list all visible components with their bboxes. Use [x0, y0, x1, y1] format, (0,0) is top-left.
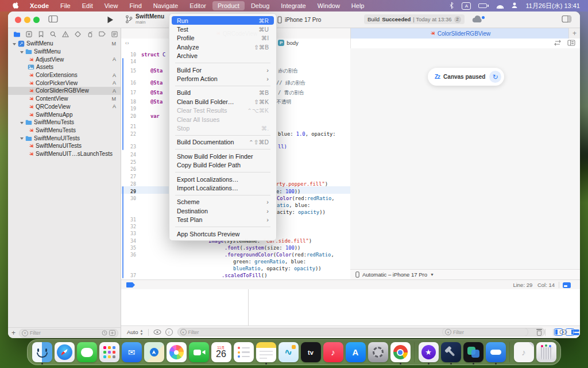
navigator-tab-find-icon[interactable] — [49, 30, 57, 38]
bluetooth-icon[interactable] — [449, 2, 454, 10]
info-icon[interactable]: i — [165, 328, 173, 336]
menu-item-show-build-folder-in-finder[interactable]: Show Build Folder in Finder — [172, 152, 274, 160]
tree-item-swiftmenuuit-slaunchtests[interactable]: SwiftMenuUIT…sLaunchTests — [8, 150, 121, 158]
console-panel-toggle[interactable] — [566, 328, 574, 336]
menu-item-archive[interactable]: Archive — [172, 52, 274, 60]
navigator-filter-field[interactable]: ▼ Filter — [19, 329, 118, 338]
user-switch-icon[interactable] — [511, 2, 518, 10]
dock-mail[interactable]: ✉ — [121, 342, 142, 362]
dock-appstore[interactable]: A — [345, 342, 366, 362]
dock-notes[interactable] — [256, 342, 276, 365]
tree-item-swiftmenu[interactable]: SwiftMenuM — [8, 40, 121, 48]
tree-item-qrcodeview[interactable]: QRCodeViewA — [8, 103, 121, 111]
dock-music-file[interactable]: ♪ — [513, 342, 534, 362]
tab-colorsliderrgbview[interactable]: ColorSliderRGBView — [351, 28, 569, 39]
menubar-item-navigate[interactable]: Navigate — [148, 1, 183, 10]
dock-finder[interactable] — [32, 342, 52, 365]
wifi-icon[interactable] — [496, 3, 504, 9]
menubar-item-find[interactable]: Find — [124, 1, 146, 10]
menu-item-test[interactable]: Test⌘U — [172, 25, 274, 33]
variables-panel-toggle[interactable] — [554, 328, 563, 336]
menubar-item-view[interactable]: View — [99, 1, 123, 10]
dock-music[interactable]: ♪ — [323, 342, 343, 362]
disclosure-chevron-icon[interactable] — [20, 120, 25, 125]
menu-item-clean-build-folder[interactable]: Clean Build Folder…⇧⌘K — [172, 97, 274, 106]
tree-item-colorextensions[interactable]: ColorExtensionsA — [8, 71, 121, 79]
menu-item-analyze[interactable]: Analyze⇧⌘B — [172, 43, 274, 51]
menu-item-profile[interactable]: Profile⌘I — [172, 34, 274, 43]
dock-maps[interactable] — [144, 342, 164, 362]
dock-facetime[interactable] — [188, 342, 209, 362]
tree-item-adjustview[interactable]: AdjustViewA — [8, 55, 121, 63]
menu-item-import-localizations[interactable]: Import Localizations… — [172, 183, 274, 192]
minimize-button[interactable] — [24, 17, 30, 23]
dock-safari[interactable] — [54, 342, 75, 362]
menubar-item-file[interactable]: File — [55, 1, 76, 10]
tree-item-contentview[interactable]: ContentViewM — [8, 95, 121, 103]
tree-item-colorpickerview[interactable]: ColorPickerViewA — [8, 79, 121, 87]
source-control-filter-icon[interactable] — [109, 330, 115, 336]
refresh-preview-button[interactable]: ↻ — [489, 71, 501, 83]
canvas-layout-icon[interactable] — [567, 40, 575, 46]
breakpoints-toggle[interactable] — [126, 282, 135, 288]
battery-icon[interactable] — [478, 3, 489, 8]
menubar-item-edit[interactable]: Edit — [77, 1, 98, 10]
menu-item-destination[interactable]: Destination› — [172, 206, 274, 215]
dock-appletv[interactable]: tv — [300, 342, 321, 362]
tree-item-swiftmenuapp[interactable]: SwiftMenuApp — [8, 110, 121, 118]
disclosure-chevron-icon[interactable] — [13, 41, 17, 46]
tree-item-swiftmenutests[interactable]: SwiftMenuTests — [8, 126, 121, 135]
dock-imovie[interactable]: ★ — [418, 342, 439, 365]
disclosure-chevron-icon[interactable] — [20, 136, 25, 140]
navigator-tab-reports-icon[interactable] — [110, 30, 118, 38]
menubar-item-editor[interactable]: Editor — [184, 1, 211, 10]
dock-chrome[interactable] — [390, 342, 411, 365]
recent-files-icon[interactable] — [102, 330, 107, 336]
editor-only-mode-button[interactable] — [563, 282, 571, 288]
navigator-tab-project-icon[interactable] — [13, 30, 21, 38]
issues-badge[interactable]: 2 — [454, 16, 461, 23]
dock-messages[interactable] — [76, 342, 97, 362]
inspector-toggle-icon[interactable] — [562, 15, 571, 25]
dock-simulator[interactable] — [485, 342, 506, 365]
navigator-tab-bookmarks-icon[interactable] — [37, 30, 45, 38]
dock-photos[interactable] — [166, 342, 187, 362]
add-file-button[interactable]: + — [10, 329, 17, 337]
run-button[interactable] — [107, 16, 114, 26]
navigator-tab-source-control-icon[interactable] — [25, 30, 33, 38]
navigator-tab-tests-icon[interactable] — [74, 30, 82, 38]
tree-item-assets[interactable]: Assets — [8, 63, 121, 71]
menu-item-perform-action[interactable]: Perform Action› — [172, 74, 274, 83]
eye-icon[interactable] — [153, 329, 161, 335]
menu-item-build-documentation[interactable]: Build Documentation⌃⇧⌘D — [172, 138, 274, 147]
menubar-item-xcode[interactable]: Xcode — [25, 1, 54, 10]
menu-item-copy-build-folder-path[interactable]: Copy Build Folder Path — [172, 160, 274, 169]
run-destination[interactable]: iPhone 17 Pro — [277, 16, 321, 24]
tree-item-colorsliderrgbview[interactable]: ColorSliderRGBViewA — [8, 87, 121, 95]
menu-item-build-for[interactable]: Build For› — [172, 66, 274, 74]
dock-freeform[interactable]: ∿ — [278, 342, 299, 362]
activity-view[interactable]: Build Succeeded | Today at 13:36 2 — [364, 14, 465, 24]
variables-view-mode[interactable]: Auto▲▼ — [127, 329, 144, 336]
menu-item-app-shortcuts-preview[interactable]: App Shortcuts Preview — [172, 229, 274, 238]
dock-xcode[interactable] — [440, 342, 461, 365]
new-tab-button[interactable]: + — [569, 28, 580, 39]
zoom-button[interactable] — [33, 17, 40, 23]
tree-item-swiftmenuuitests[interactable]: SwiftMenuUITests — [8, 134, 121, 142]
menubar-item-product[interactable]: Product — [212, 1, 245, 10]
clear-console-icon[interactable] — [536, 329, 542, 336]
dock-reminders[interactable] — [233, 342, 254, 362]
dock-launchpad[interactable] — [99, 342, 119, 362]
close-button[interactable] — [15, 17, 21, 23]
dock-calendar[interactable]: 11月26 — [211, 342, 231, 362]
swap-orientation-icon[interactable] — [554, 40, 562, 46]
input-source-icon[interactable]: A — [462, 2, 471, 10]
console-filter-field[interactable]: ▼ Filter — [442, 328, 528, 336]
tree-item-swiftmenu[interactable]: SwiftMenu — [8, 48, 121, 56]
navigator-tab-debug-icon[interactable] — [86, 30, 94, 38]
canvas-device-bar[interactable]: Automatic – iPhone 17 Pro ▼ — [350, 269, 580, 279]
menubar-item-debug[interactable]: Debug — [246, 1, 274, 10]
menu-item-export-localizations[interactable]: Export Localizations… — [172, 175, 274, 183]
menubar-item-window[interactable]: Window — [312, 1, 345, 10]
menubar-item-help[interactable]: Help — [346, 1, 370, 10]
